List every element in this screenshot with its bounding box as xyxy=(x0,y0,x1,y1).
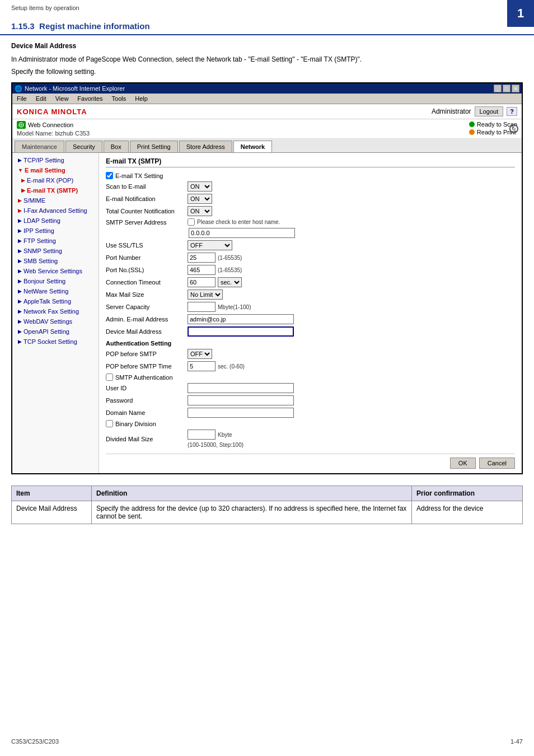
email-notification-select[interactable]: ONOFF xyxy=(188,194,212,204)
sidebar-item-snmp[interactable]: ▶ SNMP Setting xyxy=(12,246,99,256)
server-capacity-hint: Mbyte(1-100) xyxy=(218,304,251,310)
tab-network[interactable]: Network xyxy=(233,141,272,152)
smtp-server-ip-input[interactable] xyxy=(189,228,295,238)
sidebar-item-bonjour[interactable]: ▶ Bonjour Setting xyxy=(12,276,99,286)
sidebar-item-networkfax[interactable]: ▶ Network Fax Setting xyxy=(12,306,99,316)
max-mail-size-select[interactable]: No Limit xyxy=(188,290,223,300)
port-number-label: Port Number xyxy=(106,254,184,261)
email-notification-label: E-mail Notification xyxy=(106,195,184,202)
port-no-ssl-row: Port No.(SSL) (1-65535) xyxy=(106,265,515,275)
admin-area: Administrator Logout ? xyxy=(432,106,517,116)
sidebar: ▶ TCP/IP Setting ▼ E mail Setting ▶ E-ma… xyxy=(12,153,99,473)
scan-to-email-select[interactable]: ONOFF xyxy=(188,181,212,192)
pop-before-smtp-time-hint: sec. (0-60) xyxy=(218,363,245,370)
arrow-icon: ▶ xyxy=(18,309,22,314)
divided-mail-size-hint: Kbyte xyxy=(218,432,232,438)
device-mail-input[interactable] xyxy=(188,326,294,337)
pop-before-smtp-time-field: sec. (0-60) xyxy=(188,361,245,371)
menu-favorites[interactable]: Favorites xyxy=(76,95,104,102)
user-id-row: User ID xyxy=(106,383,515,393)
browser-controls[interactable]: _ □ ✕ xyxy=(494,85,519,92)
logout-button[interactable]: Logout xyxy=(475,106,504,116)
table-header-definition: Definition xyxy=(92,486,412,501)
sidebar-item-openapi[interactable]: ▶ OpenAPI Setting xyxy=(12,326,99,337)
connection-timeout-unit[interactable]: sec. xyxy=(218,277,242,287)
tab-store-address[interactable]: Store Address xyxy=(179,141,232,152)
smtp-server-field: Please check to enter host name. xyxy=(188,218,280,226)
browser-window: 🌐 Network - Microsoft Internet Explorer … xyxy=(11,82,523,474)
port-number-row: Port Number (1-65535) xyxy=(106,253,515,263)
subsection-title: Device Mail Address xyxy=(11,42,523,50)
sidebar-item-netware[interactable]: ▶ NetWare Setting xyxy=(12,286,99,296)
sidebar-item-ftp[interactable]: ▶ FTP Setting xyxy=(12,236,99,246)
pop-before-smtp-time-input[interactable] xyxy=(188,361,216,371)
connection-timeout-input[interactable] xyxy=(188,277,216,287)
menu-file[interactable]: File xyxy=(16,95,28,102)
restore-button[interactable]: □ xyxy=(503,85,510,92)
menu-view[interactable]: View xyxy=(54,95,70,102)
sidebar-item-tcpip[interactable]: ▶ TCP/IP Setting xyxy=(12,155,99,165)
arrow-icon: ▶ xyxy=(18,268,22,274)
sidebar-item-ipp[interactable]: ▶ IPP Setting xyxy=(12,226,99,236)
port-number-hint: (1-65535) xyxy=(218,255,242,261)
port-no-ssl-input[interactable] xyxy=(188,265,216,275)
menu-edit[interactable]: Edit xyxy=(35,95,48,102)
close-button[interactable]: ✕ xyxy=(512,85,519,92)
sidebar-item-webdav[interactable]: ▶ WebDAV Settings xyxy=(12,316,99,326)
email-tx-setting-label: E-mail TX Setting xyxy=(115,172,163,179)
sidebar-item-ifax[interactable]: ▶ I-Fax Advanced Setting xyxy=(12,206,99,216)
email-tx-setting-checkbox[interactable] xyxy=(106,172,113,179)
pop-before-smtp-label: POP before SMTP xyxy=(106,351,184,357)
smtp-auth-row: SMTP Authentication xyxy=(106,374,515,381)
total-counter-label: Total Counter Notification xyxy=(106,208,184,214)
sidebar-item-smb[interactable]: ▶ SMB Setting xyxy=(12,256,99,266)
admin-email-input[interactable] xyxy=(188,314,294,324)
sidebar-item-webservice[interactable]: ▶ Web Service Settings xyxy=(12,266,99,276)
sidebar-item-email-rx[interactable]: ▶ E-mail RX (POP) xyxy=(12,175,99,185)
tab-print-setting[interactable]: Print Setting xyxy=(130,141,178,152)
use-ssltls-label: Use SSL/TLS xyxy=(106,242,184,249)
user-id-input[interactable] xyxy=(188,383,294,393)
device-mail-field xyxy=(188,326,294,337)
total-counter-field: ONOFF xyxy=(188,206,212,216)
smtp-hostname-checkbox[interactable] xyxy=(188,218,195,226)
cancel-button[interactable]: Cancel xyxy=(479,458,515,469)
domain-name-input[interactable] xyxy=(188,408,294,418)
sidebar-item-ldap[interactable]: ▶ LDAP Setting xyxy=(12,216,99,226)
bottom-table: Item Definition Prior confirmation Devic… xyxy=(11,486,523,524)
ok-button[interactable]: OK xyxy=(450,458,476,469)
form-section-title: E-mail TX (SMTP) xyxy=(106,157,515,167)
tab-maintenance[interactable]: Maintenance xyxy=(15,141,64,152)
binary-division-row: Binary Division xyxy=(106,420,515,427)
divided-mail-size-input[interactable] xyxy=(188,430,216,440)
use-ssltls-select[interactable]: OFFSSLTLS xyxy=(188,240,232,250)
port-number-input[interactable] xyxy=(188,253,216,263)
total-counter-select[interactable]: ONOFF xyxy=(188,206,212,216)
refresh-icon[interactable]: ↻ xyxy=(509,124,518,133)
tab-security[interactable]: Security xyxy=(65,141,102,152)
sidebar-item-appletalk[interactable]: ▶ AppleTalk Setting xyxy=(12,296,99,306)
arrow-icon: ▶ xyxy=(18,278,22,284)
help-button[interactable]: ? xyxy=(507,107,517,116)
arrow-icon: ▶ xyxy=(18,288,22,294)
server-capacity-input[interactable] xyxy=(188,302,216,312)
menu-help[interactable]: Help xyxy=(134,95,149,102)
table-cell-definition: Specify the address for the device (up t… xyxy=(92,501,412,524)
arrow-icon: ▶ xyxy=(18,258,22,264)
sidebar-item-smime[interactable]: ▶ S/MIME xyxy=(12,195,99,206)
smtp-auth-checkbox[interactable] xyxy=(106,374,113,381)
menu-tools[interactable]: Tools xyxy=(111,95,128,102)
sidebar-item-email-tx[interactable]: ▶ E-mail TX (SMTP) xyxy=(12,185,99,195)
arrow-icon: ▶ xyxy=(18,198,22,203)
sidebar-item-tcpsocket[interactable]: ▶ TCP Socket Setting xyxy=(12,337,99,347)
binary-division-checkbox[interactable] xyxy=(106,420,113,427)
tab-box[interactable]: Box xyxy=(104,141,129,152)
print-status-dot xyxy=(469,129,475,135)
email-notification-field: ONOFF xyxy=(188,194,212,204)
auth-setting-label: Authentication Setting xyxy=(106,340,515,347)
sidebar-item-email[interactable]: ▼ E mail Setting xyxy=(12,165,99,175)
arrow-icon: ▶ xyxy=(18,329,22,334)
pop-before-smtp-select[interactable]: OFFON xyxy=(188,349,212,359)
minimize-button[interactable]: _ xyxy=(494,85,502,92)
password-input[interactable] xyxy=(188,395,294,405)
